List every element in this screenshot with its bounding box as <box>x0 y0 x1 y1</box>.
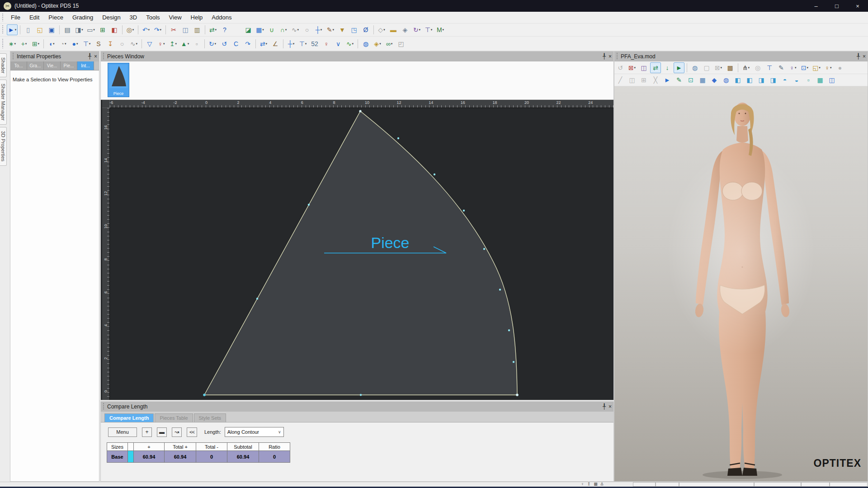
panel-grip[interactable] <box>103 53 104 60</box>
dropdown-arrow-icon[interactable]: ▾ <box>175 42 177 46</box>
menu-item-grading[interactable]: Grading <box>68 13 98 22</box>
zigzag-tool-icon[interactable]: M▾ <box>435 24 446 35</box>
bucket-tool-icon[interactable]: ▽ <box>144 38 155 49</box>
dropdown-arrow-icon[interactable]: ▾ <box>321 28 322 32</box>
walk-tool-icon[interactable]: ◇▾ <box>376 24 387 35</box>
frame-select-icon[interactable]: ▢ <box>701 62 712 73</box>
dropdown-arrow-icon[interactable]: ▾ <box>65 42 66 46</box>
mannequin-tool-icon[interactable]: ♀▾ <box>156 38 167 49</box>
fabric-texture-icon[interactable]: ▩ <box>725 62 736 73</box>
stretch-tool-icon[interactable]: ╳ <box>650 75 661 85</box>
knife-tool-icon[interactable]: ✎▾ <box>325 24 336 35</box>
dropdown-arrow-icon[interactable]: ▾ <box>262 28 264 32</box>
move-cylinder-icon[interactable]: ◍ <box>721 75 731 85</box>
compare-length-header[interactable]: Compare Length ╀ × <box>101 402 613 412</box>
print-icon[interactable]: ▤ <box>62 24 73 35</box>
circle-tool-icon[interactable]: Ø <box>360 24 371 35</box>
grid-cube-icon[interactable]: ▦ <box>697 75 708 85</box>
dropdown-arrow-icon[interactable]: ▾ <box>38 42 40 46</box>
cube-right-icon[interactable]: ◨ <box>756 75 767 85</box>
open-folder-icon[interactable]: ◱ <box>34 24 45 35</box>
window-panes-icon[interactable]: ◫ <box>627 75 637 85</box>
dropdown-arrow-icon[interactable]: ▾ <box>819 66 821 70</box>
internal-properties-header[interactable]: Internal Properties ╀ × <box>10 52 99 61</box>
avatar-settings-icon[interactable]: ♀▾ <box>788 62 798 73</box>
dropdown-arrow-icon[interactable]: ▾ <box>188 42 189 46</box>
stitch-up-icon[interactable]: ↥▾ <box>168 38 179 49</box>
notch-tool-icon[interactable]: ▼ <box>337 24 348 35</box>
wave-green-icon[interactable]: ∿▾ <box>344 38 355 49</box>
properties-tab-1[interactable]: To... <box>10 61 27 70</box>
seam-tool-icon[interactable]: ◈ <box>400 24 410 35</box>
select-3d-icon[interactable]: ► <box>662 75 673 85</box>
axis-tool-icon[interactable]: ⋔▾ <box>741 62 751 73</box>
dropdown-arrow-icon[interactable]: ▾ <box>93 28 95 32</box>
dropdown-arrow-icon[interactable]: ▾ <box>383 28 385 32</box>
add-measure-button[interactable]: + <box>142 427 152 437</box>
toolbar-grip[interactable] <box>2 39 4 49</box>
curve-up-tool-icon[interactable]: ∩▾ <box>278 24 289 35</box>
grade-table-icon[interactable]: ⊞▾ <box>30 38 41 49</box>
text-annotate-icon[interactable]: ⊤▾ <box>423 24 434 35</box>
rotate-cube-icon[interactable]: ◆ <box>709 75 720 85</box>
tab-compare-length[interactable]: Compare Length <box>104 413 154 422</box>
panel-grip[interactable] <box>103 403 104 410</box>
sphere-view-icon[interactable]: ● <box>835 62 845 73</box>
dropdown-arrow-icon[interactable]: ▾ <box>333 28 335 32</box>
dropdown-arrow-icon[interactable]: ▾ <box>266 42 268 46</box>
menu-item-edit[interactable]: Edit <box>25 13 44 22</box>
curve-down-tool-icon[interactable]: ∪ <box>266 24 277 35</box>
render-view-icon[interactable]: ◎ <box>752 62 763 73</box>
dropdown-arrow-icon[interactable]: ▾ <box>795 66 797 70</box>
frame-dashed-icon[interactable]: ▫ <box>191 38 202 49</box>
dropdown-arrow-icon[interactable]: ▾ <box>160 28 162 32</box>
sketch-curve-icon[interactable]: ∿▾ <box>290 24 301 35</box>
size-notch-icon[interactable]: 52 <box>309 38 320 49</box>
point-tool-icon[interactable]: ●▾ <box>70 38 80 49</box>
cube-right-alt-icon[interactable]: ◨ <box>768 75 778 85</box>
wave-tool-icon[interactable]: ∿▾ <box>128 38 139 49</box>
menu-item-file[interactable]: File <box>6 13 25 22</box>
dropdown-arrow-icon[interactable]: ▾ <box>305 42 307 46</box>
select-tool-icon[interactable]: ►▾ <box>7 24 18 35</box>
dropdown-arrow-icon[interactable]: ▾ <box>89 42 91 46</box>
minimize-button[interactable]: – <box>806 0 826 12</box>
dropdown-arrow-icon[interactable]: ▾ <box>53 42 55 46</box>
seam-allowance-icon[interactable]: S <box>93 38 104 49</box>
undo-icon[interactable]: ↶▾ <box>141 24 151 35</box>
redo-icon[interactable]: ↷▾ <box>152 24 163 35</box>
dropdown-arrow-icon[interactable]: ▾ <box>15 28 17 32</box>
dropdown-arrow-icon[interactable]: ▾ <box>391 42 393 46</box>
rotate-piece-icon[interactable]: ↻▾ <box>411 24 422 35</box>
align-cross-icon[interactable]: ┼▾ <box>313 24 324 35</box>
cylinder-3d-icon[interactable]: ◍ <box>360 38 371 49</box>
rotate-ccw-icon[interactable]: ↺ <box>219 38 230 49</box>
panel-grip[interactable] <box>616 53 618 60</box>
fabric-swatch-icon[interactable]: ◪ <box>243 24 254 35</box>
update-model-icon[interactable]: ↓ <box>662 62 673 73</box>
roll-fabric-icon[interactable]: ◍ <box>689 62 700 73</box>
cube-top-icon[interactable]: ◓ <box>779 75 790 85</box>
text-3d-icon[interactable]: ⊤ <box>764 62 775 73</box>
measure-curve-button[interactable]: ↝ <box>172 427 182 437</box>
quad-view-icon[interactable]: ◫ <box>826 75 837 85</box>
pattern-canvas[interactable]: -6-4-2024681012141618202224 024681012141… <box>101 100 613 400</box>
print-preview-icon[interactable]: ◨▾ <box>74 24 85 35</box>
table-row[interactable]: Base60.9460.94060.940 <box>107 451 290 463</box>
cut-piece-icon[interactable]: ✂ <box>168 24 179 35</box>
model-3d-header[interactable]: PFA_Eva.mod ╀ × <box>614 52 868 61</box>
mesh-dashed-icon[interactable]: ▫ <box>803 75 814 85</box>
pin-tool-icon[interactable]: ↧ <box>105 38 116 49</box>
pin-icon[interactable]: ╀ <box>603 53 606 60</box>
grading-table-icon[interactable]: ▦▾ <box>255 24 265 35</box>
rotate-right-icon[interactable]: ↷ <box>242 38 253 49</box>
dropdown-arrow-icon[interactable]: ▾ <box>76 42 78 46</box>
properties-tab-2[interactable]: Gra... <box>27 61 44 70</box>
dropdown-arrow-icon[interactable]: ▾ <box>379 42 381 46</box>
recycle-icon[interactable]: ↺ <box>615 62 626 73</box>
dropdown-arrow-icon[interactable]: ▾ <box>419 28 421 32</box>
measure-wand-icon[interactable]: ╱ <box>615 75 626 85</box>
dropdown-arrow-icon[interactable]: ▾ <box>132 28 134 32</box>
frame-corner-icon[interactable]: ◰ <box>396 38 406 49</box>
dropdown-arrow-icon[interactable]: ▾ <box>431 28 433 32</box>
